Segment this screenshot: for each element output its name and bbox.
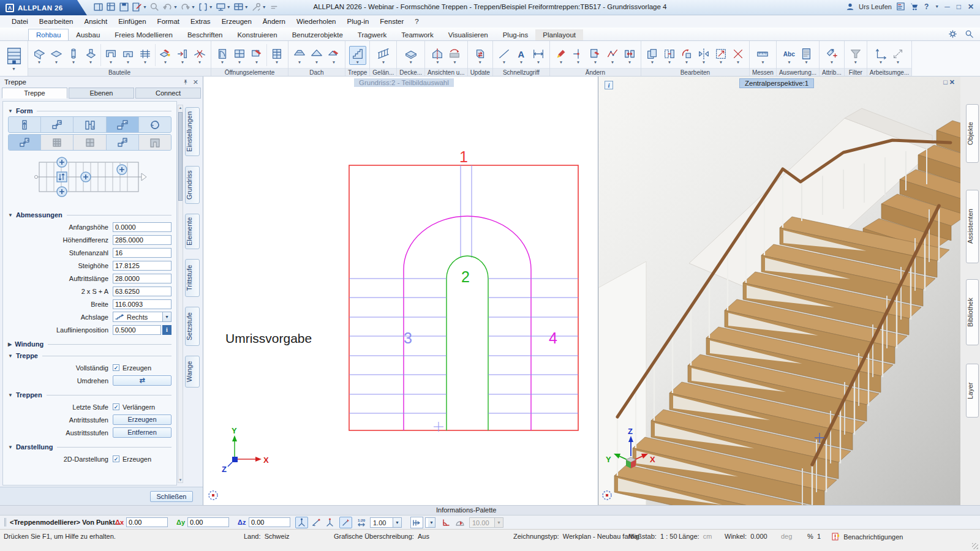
copy-icon[interactable]: ▼ bbox=[644, 47, 661, 64]
coordinate-tracking-icon[interactable] bbox=[295, 517, 308, 528]
wall-icon[interactable]: ▼ bbox=[31, 47, 48, 64]
umdrehen-button[interactable]: ⇄ bbox=[113, 375, 172, 386]
roof-icon[interactable]: ▼ bbox=[291, 47, 308, 64]
ribbon-tab-tragwerk[interactable]: Tragwerk bbox=[350, 29, 394, 40]
steighoehe-input[interactable] bbox=[113, 261, 172, 271]
search-icon[interactable] bbox=[965, 29, 974, 39]
edit-document-icon[interactable]: ▼ bbox=[587, 47, 604, 64]
ribbon-tab-teamwork[interactable]: Teamwork bbox=[394, 29, 440, 40]
scroll-up-icon[interactable]: ▲ bbox=[178, 106, 183, 110]
user-name[interactable]: Urs Leufen bbox=[859, 3, 892, 10]
polyline-edit-icon[interactable]: ▼ bbox=[604, 47, 621, 64]
maximize-button[interactable]: □ bbox=[956, 2, 962, 11]
ribbon-tab-plugins[interactable]: Plug-ins bbox=[496, 29, 536, 40]
document-edit-icon[interactable]: ▼ bbox=[132, 2, 147, 12]
project-open-icon[interactable] bbox=[93, 2, 104, 12]
user-icon[interactable] bbox=[846, 2, 854, 11]
lauflinienposition-input[interactable] bbox=[113, 325, 161, 335]
status-override[interactable]: Grafische Überschreibung: Aus bbox=[334, 533, 429, 540]
schrittmass-input[interactable] bbox=[113, 287, 172, 296]
status-land[interactable]: Land: Schweiz bbox=[244, 533, 290, 540]
slab-icon[interactable]: ▼ bbox=[48, 47, 65, 64]
dimension-tool-icon[interactable]: ▼ bbox=[530, 47, 547, 64]
text-tool-icon[interactable]: A▼ bbox=[513, 47, 530, 64]
stair-tool-icon[interactable]: ▼ bbox=[349, 46, 366, 65]
plan-view-title[interactable]: Grundriss:2 - Teilbildauswahl bbox=[354, 78, 454, 87]
right-tab-objekte[interactable]: Objekte bbox=[966, 104, 979, 163]
mirror-icon[interactable]: ▼ bbox=[695, 47, 712, 64]
menu-format[interactable]: Format bbox=[152, 18, 185, 25]
status-notifications[interactable]: Benachrichtigungen bbox=[832, 533, 903, 541]
vollstaendig-checkbox[interactable]: ✓ bbox=[113, 364, 119, 371]
shop-cart-icon[interactable] bbox=[910, 2, 919, 11]
shape-u-icon[interactable] bbox=[74, 117, 106, 132]
stair-preview-diagram[interactable] bbox=[34, 155, 177, 201]
breite-input[interactable] bbox=[113, 299, 172, 309]
recess-icon[interactable]: ▼ bbox=[119, 47, 137, 64]
section-form[interactable]: ▼Form bbox=[8, 107, 172, 114]
minimize-button[interactable]: ─ bbox=[943, 2, 951, 11]
section-treppe[interactable]: ▼Treppe bbox=[8, 352, 172, 359]
perspective-view-title[interactable]: Zentralperspektive:1 bbox=[739, 78, 814, 88]
roof-modify-icon[interactable]: ▼ bbox=[325, 47, 342, 64]
wall-delete-icon[interactable]: ▼ bbox=[191, 47, 208, 64]
wall-modify-icon[interactable]: ▼ bbox=[157, 47, 174, 64]
distance-factor-select[interactable]: 1.00▼ bbox=[370, 517, 402, 528]
menu-erzeugen[interactable]: Erzeugen bbox=[216, 18, 257, 25]
zoom-icon[interactable] bbox=[149, 2, 160, 12]
shape-storey1-icon[interactable] bbox=[41, 135, 74, 150]
help-icon[interactable]: ? bbox=[923, 2, 930, 11]
pencil-icon[interactable]: ▼ bbox=[552, 47, 570, 64]
hoehendifferenz-input[interactable] bbox=[113, 235, 172, 245]
side-tab-trittstufe[interactable]: Trittstufe bbox=[185, 259, 200, 297]
shape-l2-icon[interactable] bbox=[9, 135, 41, 150]
ribbon-tab-planlayout[interactable]: Planlayout bbox=[535, 29, 583, 40]
menu-hilfe[interactable]: ? bbox=[409, 18, 424, 25]
shape-spiral-icon[interactable] bbox=[139, 117, 171, 132]
menu-einfuegen[interactable]: Einfügen bbox=[113, 18, 151, 25]
section-view-icon[interactable]: ▼ bbox=[429, 47, 446, 64]
info-button[interactable]: i bbox=[162, 325, 172, 335]
measure-icon[interactable]: ▼ bbox=[754, 47, 771, 64]
side-tab-wange[interactable]: Wange bbox=[185, 356, 200, 388]
attributes-tag-icon[interactable]: ▼ bbox=[823, 47, 840, 64]
letzte-stufe-checkbox[interactable]: ✓ bbox=[113, 403, 119, 410]
point-snap-icon[interactable] bbox=[339, 517, 352, 528]
schliessen-button[interactable]: Schließen bbox=[150, 491, 193, 502]
plan-viewport[interactable]: Grundriss:2 - Teilbildauswahl 1 2 3 4 Um… bbox=[203, 77, 598, 505]
section-path-icon[interactable]: ▼ bbox=[446, 47, 463, 64]
door-icon[interactable]: ▼ bbox=[214, 47, 231, 64]
viewport-maximize-icon[interactable]: □ bbox=[943, 78, 949, 86]
status-percent[interactable]: % 1 bbox=[807, 533, 821, 540]
foundation-icon[interactable]: ▼ bbox=[82, 47, 99, 64]
ribbon-tab-rohbau[interactable]: Rohbau bbox=[28, 29, 69, 40]
roof-surface-icon[interactable]: ▼ bbox=[308, 47, 325, 64]
axes-icon[interactable]: ▼ bbox=[872, 47, 889, 64]
menu-aendern[interactable]: Ändern bbox=[257, 18, 291, 25]
wall-opening-icon[interactable]: ▼ bbox=[102, 47, 119, 64]
shape-z-icon[interactable] bbox=[107, 117, 139, 132]
offset-dropdown[interactable]: ▼ bbox=[425, 517, 435, 528]
tab-ebenen[interactable]: Ebenen bbox=[69, 88, 134, 99]
intersect-icon[interactable]: ▼ bbox=[570, 47, 587, 64]
perspective-viewport[interactable]: Z Y X i Zentralperspektive:1 □✕ bbox=[598, 77, 960, 505]
ribbon-tab-ausbau[interactable]: Ausbau bbox=[69, 29, 107, 40]
right-tab-bibliothek[interactable]: Bibliothek bbox=[966, 279, 979, 345]
scroll-down-icon[interactable]: ▼ bbox=[178, 478, 183, 482]
info-icon[interactable]: i bbox=[605, 81, 613, 89]
achslage-dropdown[interactable]: Rechts ▼ bbox=[113, 312, 172, 322]
offset-lines-icon[interactable] bbox=[410, 517, 423, 528]
abc-legend-icon[interactable]: Abc▼ bbox=[780, 47, 797, 64]
status-drawing-type[interactable]: Zeichnungstyp: Werkplan - Neubau farbig bbox=[513, 533, 639, 540]
window-modify-icon[interactable]: ▼ bbox=[248, 47, 265, 64]
measure-input-icon[interactable] bbox=[310, 517, 323, 528]
save-icon[interactable] bbox=[119, 2, 129, 12]
side-tab-setzstufe[interactable]: Setzstufe bbox=[185, 307, 200, 346]
menu-fenster[interactable]: Fenster bbox=[374, 18, 409, 25]
austrittsstufen-button[interactable]: Entfernen bbox=[113, 427, 172, 438]
section-treppen[interactable]: ▼Treppen bbox=[8, 391, 172, 399]
stufenanzahl-input[interactable] bbox=[113, 248, 172, 258]
status-scale[interactable]: Maßstab: 1 : 50 bbox=[628, 533, 677, 540]
undo-icon[interactable]: ▼ bbox=[162, 2, 178, 12]
dialog-grip[interactable] bbox=[4, 518, 6, 527]
